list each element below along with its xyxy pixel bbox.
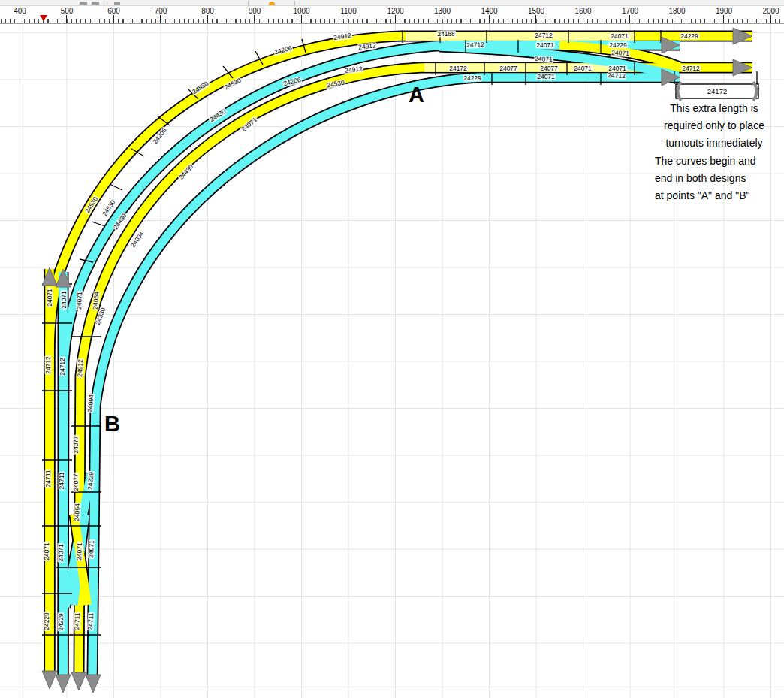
track-end-arrow-right-icon [733, 28, 752, 44]
track-yellow-inner[interactable] [79, 68, 752, 676]
point-a-label: A [409, 83, 424, 107]
track-cyan-outer-fill[interactable] [63, 45, 680, 678]
track-cyan-outer[interactable] [63, 45, 680, 678]
track-end-arrow-down-icon [56, 675, 71, 693]
note-line: required only to place [644, 117, 784, 134]
point-b-label: B [104, 412, 120, 437]
track-end-arrow-down-icon [71, 672, 86, 690]
track-planner-page: 4005006007008009001000110012001300140015… [0, 0, 784, 698]
track-end-arrow-down-icon [86, 675, 101, 693]
note-line: at points "A" and "B" [655, 187, 784, 204]
note-line: This extra length is [644, 100, 784, 117]
note-curves-begin: The curves begin and end in both designs… [655, 153, 784, 204]
note-line: end in both designs [655, 170, 784, 187]
track-end-arrow-right-icon [733, 59, 752, 76]
track-yellow-inner-fill[interactable] [79, 68, 752, 676]
track-end-arrow-down-icon [42, 671, 57, 689]
dimension-piece-label: 24172 [707, 88, 728, 95]
note-line: turnouts immediately [644, 134, 784, 152]
note-extra-length: This extra length is required only to pl… [644, 100, 784, 152]
note-line: The curves begin and [655, 153, 784, 170]
